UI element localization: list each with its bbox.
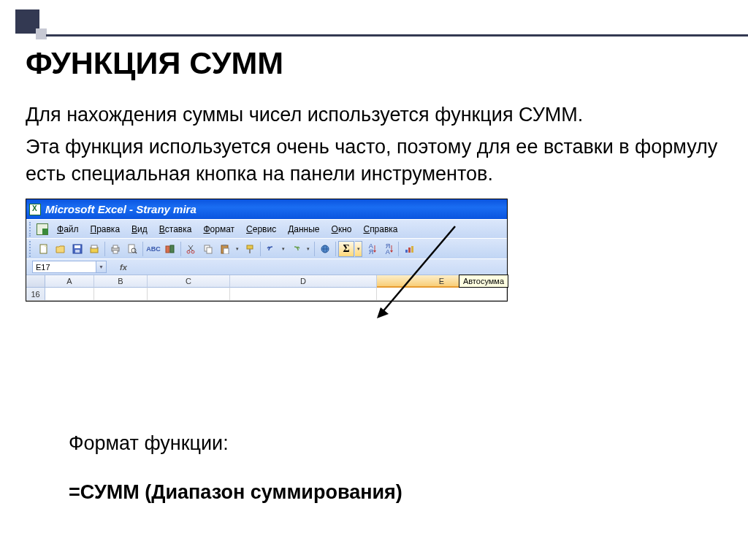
intro-paragraph-2: Эта функция используется очень часто, по… (26, 134, 727, 187)
slide-title: ФУНКЦИЯ СУММ (26, 45, 727, 81)
toolbar-separator (104, 242, 105, 256)
menu-edit[interactable]: Правка (85, 221, 126, 237)
research-button[interactable] (162, 241, 178, 257)
svg-rect-21 (223, 245, 226, 246)
table-row: 16 (26, 288, 507, 301)
svg-rect-23 (247, 245, 253, 249)
svg-rect-32 (411, 246, 413, 253)
menu-help[interactable]: Справка (357, 221, 403, 237)
column-header-b[interactable]: B (94, 275, 148, 288)
autosum-dropdown[interactable]: ▾ (355, 241, 362, 257)
svg-rect-22 (224, 248, 229, 254)
toolbar-separator (314, 242, 315, 256)
menu-view[interactable]: Вид (126, 221, 153, 237)
menu-window[interactable]: Окно (326, 221, 358, 237)
toolbar-separator (335, 242, 336, 256)
menu-file[interactable]: Файл (51, 221, 85, 237)
cell[interactable] (94, 288, 148, 300)
svg-rect-7 (113, 245, 118, 248)
toolbar-separator (180, 242, 181, 256)
excel-titlebar: Microsoft Excel - Strany mira (26, 199, 507, 219)
print-preview-button[interactable] (124, 241, 140, 257)
format-syntax: =СУММ (Диапазон суммирования) (69, 477, 402, 508)
undo-button[interactable] (263, 241, 279, 257)
permissions-button[interactable] (86, 241, 102, 257)
select-all-corner[interactable] (26, 275, 45, 288)
svg-rect-19 (207, 248, 212, 253)
copy-button[interactable] (200, 241, 216, 257)
column-header-a[interactable]: A (45, 275, 94, 288)
svg-rect-2 (75, 245, 80, 248)
excel-screenshot: Microsoft Excel - Strany mira Файл Правк… (26, 199, 508, 302)
decoration-square-small (36, 28, 47, 39)
menubar-grip[interactable] (29, 222, 34, 237)
svg-rect-8 (113, 250, 118, 253)
format-painter-button[interactable] (242, 241, 258, 257)
sort-desc-button[interactable]: ЯА (380, 241, 396, 257)
decoration-line (46, 34, 748, 37)
autosum-tooltip: Автосумма (459, 275, 508, 288)
svg-marker-34 (377, 307, 389, 318)
paste-button[interactable] (217, 241, 233, 257)
toolbar-separator (142, 242, 143, 256)
slide-content: ФУНКЦИЯ СУММ Для нахождения суммы чисел … (26, 45, 727, 302)
menu-insert[interactable]: Вставка (153, 221, 198, 237)
fx-icon[interactable]: fx (120, 263, 127, 272)
cell[interactable] (45, 288, 94, 300)
svg-rect-13 (170, 245, 174, 253)
svg-line-11 (135, 252, 137, 253)
svg-rect-24 (249, 249, 251, 253)
menu-data[interactable]: Данные (282, 221, 325, 237)
print-button[interactable] (107, 241, 123, 257)
excel-sheet: A B C D E 16 (26, 275, 507, 301)
autosum-button[interactable]: Σ (338, 241, 354, 257)
sort-asc-button[interactable]: АЯ (363, 241, 379, 257)
hyperlink-button[interactable] (317, 241, 333, 257)
name-box[interactable]: E17 (32, 261, 96, 273)
excel-toolbar: ABC ▾ ▾ ▾ Σ ▾ АЯ ЯА (26, 238, 507, 258)
column-headers: A B C D E (26, 275, 507, 288)
lower-content: Формат функции: =СУММ (Диапазон суммиров… (69, 428, 402, 508)
worksheet-icon[interactable] (37, 223, 48, 235)
intro-paragraph-1: Для нахождения суммы чисел используется … (26, 101, 727, 128)
cell[interactable] (377, 288, 507, 300)
name-box-dropdown[interactable]: ▼ (96, 261, 107, 273)
svg-rect-3 (75, 250, 80, 253)
toolbar-grip[interactable] (29, 241, 33, 257)
redo-button[interactable] (288, 241, 304, 257)
svg-rect-31 (408, 248, 411, 253)
row-header[interactable]: 16 (26, 288, 45, 300)
new-doc-button[interactable] (36, 241, 52, 257)
undo-dropdown[interactable]: ▾ (280, 241, 287, 257)
format-label: Формат функции: (69, 428, 402, 459)
svg-rect-30 (405, 250, 408, 253)
excel-window-title: Microsoft Excel - Strany mira (45, 203, 196, 215)
redo-dropdown[interactable]: ▾ (305, 241, 312, 257)
toolbar-separator (260, 242, 261, 256)
excel-app-icon (29, 204, 41, 215)
open-button[interactable] (53, 241, 69, 257)
spellcheck-button[interactable]: ABC (145, 241, 161, 257)
cut-button[interactable] (183, 241, 199, 257)
menu-tools[interactable]: Сервис (240, 221, 282, 237)
excel-formula-bar: E17 ▼ fx (26, 258, 507, 275)
paste-dropdown[interactable]: ▾ (234, 241, 241, 257)
column-header-d[interactable]: D (230, 275, 377, 288)
menu-format[interactable]: Формат (197, 221, 240, 237)
svg-rect-5 (91, 245, 97, 248)
cell[interactable] (230, 288, 377, 300)
toolbar-separator (398, 242, 399, 256)
chart-wizard-button[interactable] (401, 241, 417, 257)
excel-menubar: Файл Правка Вид Вставка Формат Сервис Да… (26, 219, 507, 238)
svg-rect-12 (166, 246, 169, 253)
save-button[interactable] (69, 241, 85, 257)
cell[interactable] (148, 288, 230, 300)
column-header-c[interactable]: C (148, 275, 230, 288)
